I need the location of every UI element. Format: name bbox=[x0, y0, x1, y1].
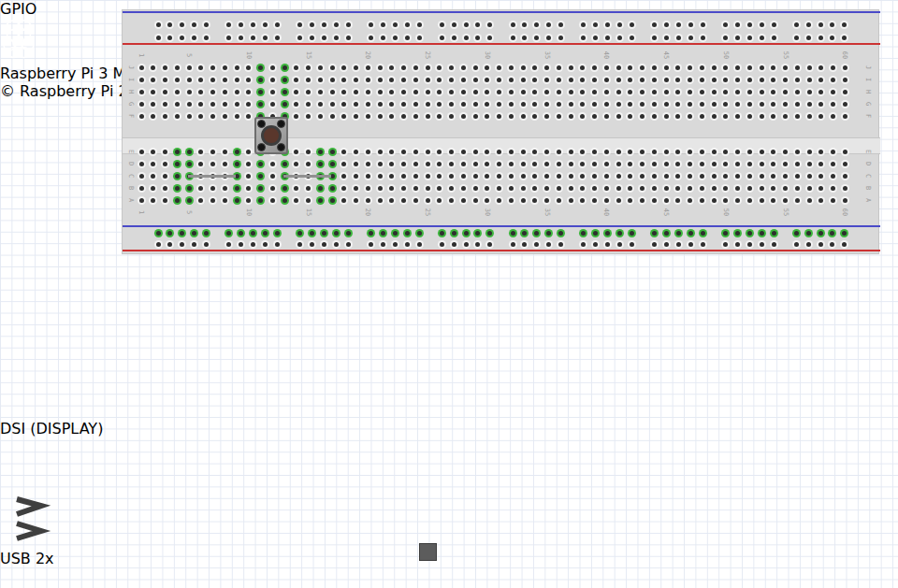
breadboard-hole bbox=[334, 22, 339, 27]
pushbutton[interactable] bbox=[254, 117, 288, 154]
breadboard-hole bbox=[437, 102, 442, 107]
breadboard-hole bbox=[235, 102, 239, 107]
breadboard-hole bbox=[747, 114, 752, 119]
breadboard-hole bbox=[139, 102, 144, 107]
breadboard-label: B bbox=[127, 186, 135, 190]
breadboard-hole bbox=[366, 114, 370, 119]
breadboard-hole bbox=[437, 65, 442, 70]
breadboard-hole bbox=[306, 102, 311, 107]
breadboard-hole bbox=[366, 198, 370, 203]
breadboard-hole bbox=[389, 78, 394, 82]
breadboard-hole bbox=[346, 231, 351, 236]
breadboard-hole bbox=[723, 242, 728, 247]
breadboard-hole bbox=[630, 231, 634, 236]
breadboard-hole bbox=[675, 198, 680, 203]
breadboard-hole bbox=[569, 90, 573, 94]
breadboard-hole bbox=[532, 114, 537, 119]
breadboard-hole bbox=[235, 65, 239, 70]
breadboard-hole bbox=[830, 36, 834, 40]
breadboard-hole bbox=[210, 102, 215, 107]
pushbutton-pin bbox=[277, 120, 285, 128]
breadboard-hole bbox=[664, 186, 669, 191]
breadboard-hole bbox=[198, 65, 203, 70]
breadboard-label: 35 bbox=[543, 208, 551, 216]
breadboard-hole bbox=[246, 78, 251, 82]
resistor-470ohm-1[interactable] bbox=[188, 169, 236, 184]
breadboard-hole bbox=[712, 174, 717, 179]
breadboard-hole bbox=[294, 78, 298, 82]
breadboard-hole bbox=[747, 102, 752, 107]
breadboard-hole bbox=[509, 162, 514, 166]
breadboard[interactable]: JJIIHHGGFFEEDDCCBBAA11551010151520202525… bbox=[122, 9, 879, 254]
breadboard-hole bbox=[818, 198, 823, 203]
breadboard-hole bbox=[187, 65, 192, 70]
breadboard-hole bbox=[604, 65, 609, 70]
breadboard-hole bbox=[676, 231, 681, 236]
breadboard-hole bbox=[440, 231, 444, 236]
breadboard-hole bbox=[497, 162, 501, 166]
breadboard-hole bbox=[831, 150, 835, 154]
breadboard-hole bbox=[417, 231, 422, 236]
breadboard-hole bbox=[251, 242, 255, 247]
breadboard-label: F bbox=[864, 114, 872, 118]
breadboard-label: C bbox=[864, 174, 872, 178]
breadboard-hole bbox=[139, 162, 144, 166]
breadboard-hole bbox=[532, 174, 537, 179]
breadboard-hole bbox=[616, 174, 621, 179]
resistor-470ohm-2[interactable] bbox=[283, 169, 331, 184]
breadboard-hole bbox=[640, 198, 645, 203]
breadboard-hole bbox=[270, 65, 275, 70]
breadboard-hole bbox=[322, 242, 326, 247]
breadboard-hole bbox=[735, 65, 740, 70]
breadboard-hole bbox=[509, 78, 514, 82]
breadboard-hole bbox=[210, 186, 215, 191]
breadboard-hole bbox=[771, 150, 775, 154]
breadboard-hole bbox=[842, 36, 847, 40]
breadboard-hole bbox=[417, 36, 422, 40]
breadboard-hole bbox=[341, 65, 346, 70]
breadboard-hole bbox=[760, 231, 764, 236]
breadboard-hole bbox=[426, 198, 430, 203]
breadboard-hole bbox=[151, 198, 155, 203]
breadboard-hole bbox=[664, 78, 669, 82]
breadboard-hole bbox=[521, 78, 526, 82]
breadboard-hole bbox=[760, 150, 764, 154]
breadboard-hole bbox=[795, 78, 800, 82]
breadboard-hole bbox=[235, 114, 239, 119]
breadboard-label: 55 bbox=[782, 51, 789, 59]
breadboard-hole bbox=[521, 65, 526, 70]
breadboard-hole bbox=[760, 102, 764, 107]
breadboard-hole bbox=[346, 242, 351, 247]
breadboard-hole bbox=[532, 162, 537, 166]
breadboard-hole bbox=[175, 150, 180, 154]
breadboard-hole bbox=[558, 231, 563, 236]
breadboard-hole bbox=[405, 242, 410, 247]
breadboard-hole bbox=[807, 90, 812, 94]
breadboard-hole bbox=[401, 162, 406, 166]
breadboard-hole bbox=[795, 65, 800, 70]
breadboard-hole bbox=[544, 174, 549, 179]
breadboard-hole bbox=[546, 36, 551, 40]
breadboard-hole bbox=[175, 114, 180, 119]
breadboard-hole bbox=[461, 90, 466, 94]
breadboard-hole bbox=[544, 150, 549, 154]
breadboard-hole bbox=[771, 78, 775, 82]
breadboard-hole bbox=[723, 114, 728, 119]
breadboard-hole bbox=[557, 150, 561, 154]
breadboard-hole bbox=[605, 242, 610, 247]
breadboard-hole bbox=[487, 22, 492, 27]
breadboard-hole bbox=[640, 65, 645, 70]
breadboard-hole bbox=[546, 231, 551, 236]
breadboard-hole bbox=[521, 114, 526, 119]
breadboard-hole bbox=[830, 22, 834, 27]
breadboard-hole bbox=[521, 198, 526, 203]
breadboard-hole bbox=[405, 231, 410, 236]
breadboard-hole bbox=[771, 198, 775, 203]
breadboard-hole bbox=[461, 78, 466, 82]
breadboard-hole bbox=[509, 198, 514, 203]
breadboard-hole bbox=[831, 90, 835, 94]
breadboard-hole bbox=[378, 174, 383, 179]
breadboard-hole bbox=[294, 162, 298, 166]
breadboard-hole bbox=[473, 162, 478, 166]
breadboard-hole bbox=[569, 186, 573, 191]
